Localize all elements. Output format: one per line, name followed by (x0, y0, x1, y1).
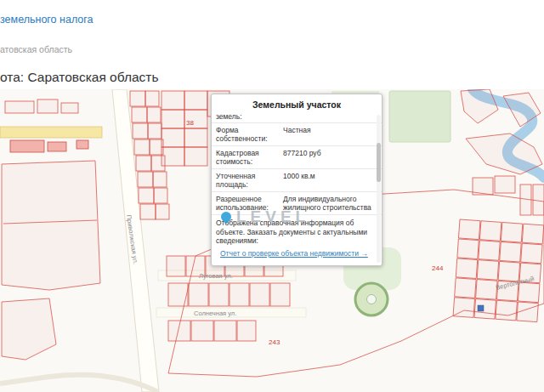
top-nav-link[interactable]: земельного налога (0, 14, 94, 26)
popup-row: Форма собственности: Частная (212, 123, 382, 146)
row-value: Частная (281, 123, 382, 145)
row-value: Для индивидуального жилищного строительс… (281, 192, 382, 214)
popup-row: Разрешенное использование: Для индивидуа… (212, 192, 382, 215)
popup-row: Уточненная площадь: 1000 кв.м (212, 169, 382, 192)
map-container[interactable]: Приволжская ул. Луговая ул. Солнечная ул… (0, 89, 544, 392)
parcel-number-244: 244 (432, 264, 444, 272)
report-link[interactable]: Отчет о проверке объекта недвижимости → (212, 248, 382, 265)
street-label-lugovaya: Луговая ул. (199, 272, 233, 280)
row-label: Уточненная площадь: (212, 169, 281, 191)
row-label: Разрешенное использование: (212, 192, 281, 214)
yellow-road (0, 127, 102, 138)
popup-scrollbar[interactable] (377, 115, 381, 263)
breadcrumb: атовская область (0, 44, 72, 54)
street-label-solnechnaya: Солнечная ул. (194, 310, 236, 317)
map-marker[interactable] (478, 305, 484, 311)
page-title: ота: Саратовская область (0, 70, 159, 85)
row-label-partial: земель: (212, 112, 281, 122)
parcel-info-popup: Земельный участок земель: Форма собствен… (211, 94, 382, 266)
row-value-partial (281, 112, 382, 122)
popup-row-partial: земель: (212, 112, 382, 123)
row-label: Кадастровая стоимость: (212, 146, 281, 168)
popup-scrollbar-thumb[interactable] (377, 143, 381, 182)
popup-note: Отображена справочная информация об объе… (212, 215, 382, 248)
row-label: Форма собственности: (212, 123, 281, 145)
parcel-number-38: 38 (186, 119, 194, 127)
row-value: 877210 руб (281, 146, 382, 168)
row-value: 1000 кв.м (281, 169, 382, 191)
popup-title: Земельный участок (212, 94, 382, 112)
popup-row: Кадастровая стоимость: 877210 руб (212, 146, 382, 169)
page: земельного налога атовская область ота: … (0, 0, 544, 392)
parcel-number-243: 243 (269, 338, 280, 346)
